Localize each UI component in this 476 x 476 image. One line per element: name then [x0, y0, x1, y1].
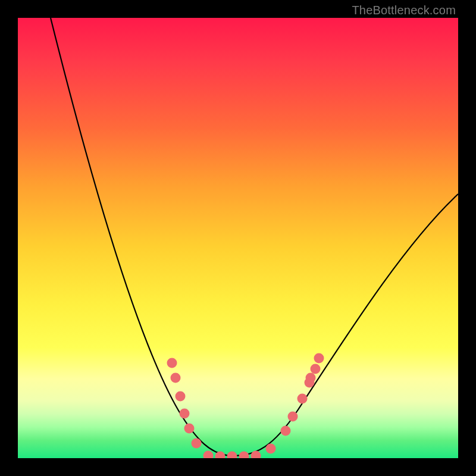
data-marker [203, 451, 214, 459]
data-marker [298, 394, 308, 404]
data-marker [314, 353, 324, 364]
data-marker [311, 364, 321, 374]
data-marker [251, 451, 261, 459]
bottleneck-curve [51, 18, 458, 456]
data-marker [180, 409, 190, 419]
data-marker [306, 373, 316, 383]
chart-svg [18, 18, 458, 458]
data-marker [171, 373, 181, 383]
data-marker [227, 452, 237, 459]
data-marker [167, 358, 177, 368]
watermark-text: TheBottleneck.com [352, 4, 456, 17]
data-marker [239, 452, 249, 459]
data-marker [192, 439, 202, 449]
data-marker [176, 392, 186, 402]
data-marker [288, 412, 298, 422]
data-marker [184, 424, 195, 434]
chart-plot-area [18, 18, 458, 458]
data-marker [266, 444, 276, 454]
data-marker [281, 426, 291, 436]
